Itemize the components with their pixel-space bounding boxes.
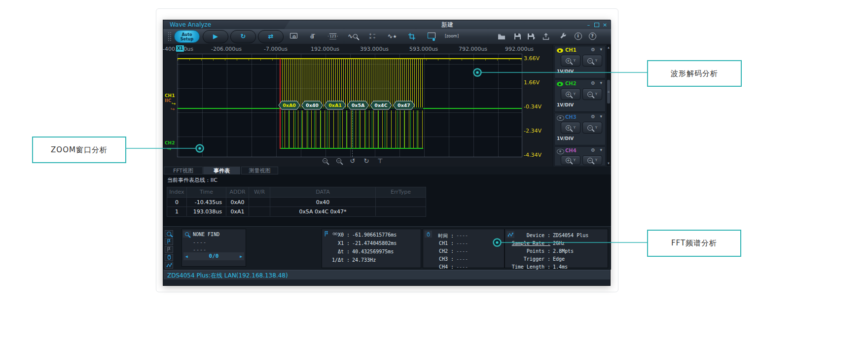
- decode-bubble[interactable]: 0x47: [394, 101, 415, 109]
- eye-icon[interactable]: [557, 82, 563, 86]
- zoom-in-y-button[interactable]: +Y: [561, 55, 580, 67]
- zoom-in-y-button[interactable]: +Y: [561, 155, 580, 165]
- run-button[interactable]: ▶: [203, 30, 228, 43]
- minimize-button[interactable]: –: [585, 22, 592, 28]
- toolbar-grip[interactable]: [168, 32, 169, 41]
- tab-fft-view[interactable]: FFT视图: [164, 167, 203, 174]
- decode-bubble[interactable]: 0x40: [302, 101, 323, 109]
- flag-x-icon: [166, 239, 172, 244]
- close-button[interactable]: ×: [602, 22, 608, 28]
- save-button[interactable]: [510, 30, 524, 42]
- scroll-up-icon[interactable]: ▲: [607, 45, 610, 50]
- find-line: ----: [193, 240, 207, 245]
- export-button[interactable]: [539, 30, 553, 42]
- eye-icon[interactable]: [557, 115, 564, 121]
- maximize-button[interactable]: [594, 23, 599, 27]
- next-result-button[interactable]: ▶: [240, 254, 242, 259]
- zoom-out-y-button[interactable]: −Y: [582, 55, 602, 67]
- mouse-readout-button[interactable]: [165, 254, 173, 261]
- ch2-level-marker-icon[interactable]: ↪: [167, 146, 171, 152]
- help-button[interactable]: ?: [585, 30, 599, 42]
- find-pager: ◀ 0/0 ▶: [183, 252, 244, 260]
- tab-event-table[interactable]: 事件表: [203, 167, 240, 174]
- decode-bubble[interactable]: 0xA0: [279, 101, 300, 109]
- auto-setup-button[interactable]: Auto Setup: [174, 30, 200, 43]
- tab-measure-view[interactable]: 测量视图: [241, 167, 278, 174]
- info-button[interactable]: i: [571, 30, 585, 42]
- zoom-out-y-button[interactable]: −Y: [582, 122, 602, 134]
- chevron-down-icon[interactable]: ▾: [600, 80, 602, 85]
- column-header[interactable]: DATA: [270, 187, 376, 197]
- iic-level-marker-icon[interactable]: ↪: [171, 106, 175, 112]
- gear-icon[interactable]: ⚙: [591, 47, 595, 52]
- cursor-value: -21.474045802ms: [352, 241, 397, 246]
- device-info-button[interactable]: [165, 262, 173, 269]
- zoom-out-y-button[interactable]: −Y: [582, 155, 602, 165]
- search-tool-button[interactable]: [165, 230, 173, 237]
- column-header[interactable]: Time: [187, 187, 226, 197]
- star-icon: ★: [393, 34, 397, 39]
- decode-bubble[interactable]: 0x4C: [370, 101, 392, 109]
- table-header-row: Index Time ADDR W/R DATA ErrType: [167, 187, 426, 197]
- eye-icon[interactable]: [557, 48, 563, 53]
- x1-cursor-marker[interactable]: X1: [176, 45, 184, 52]
- transfer-button[interactable]: ⇄: [258, 30, 284, 43]
- screen-circle-icon: [428, 33, 435, 40]
- time-axis-label: 992.000us: [505, 46, 534, 52]
- redo-view-button[interactable]: ↻: [361, 157, 372, 165]
- trigger-t-button[interactable]: ⊤: [374, 157, 386, 165]
- cursor-y-tool-button[interactable]: [165, 246, 173, 253]
- cursor-label: 1/Δt :: [322, 257, 350, 263]
- floppy-plus-icon: [527, 33, 536, 40]
- zoom-out-x-button[interactable]: −: [333, 157, 345, 165]
- decode-bubble[interactable]: 0xA1: [325, 101, 346, 109]
- undo-view-button[interactable]: ↺: [347, 157, 359, 165]
- display-settings-button[interactable]: ⚙: [287, 30, 300, 42]
- column-header[interactable]: Index: [167, 187, 187, 197]
- ch1-trigger-marker-icon[interactable]: ↪: [172, 101, 176, 106]
- table-row[interactable]: 1 193.038us 0xA1 0x5A 0x4C 0x47*: [167, 207, 426, 216]
- screen-capture-button[interactable]: [425, 30, 438, 42]
- save-as-button[interactable]: [524, 30, 538, 42]
- decode-bubble[interactable]: 0x5A: [348, 101, 369, 109]
- device-value: 2GHz: [553, 241, 565, 246]
- zoom-in-y-button[interactable]: +Y: [561, 88, 580, 100]
- zoom-out-x-button[interactable]: −: [319, 157, 331, 165]
- cell-errtype: [376, 207, 426, 216]
- chevron-down-icon[interactable]: ▾: [600, 114, 602, 119]
- device-label[interactable]: Sample Rate :: [505, 241, 550, 246]
- cursor-x-tool-button[interactable]: [165, 238, 173, 245]
- eye-icon[interactable]: [557, 149, 564, 154]
- current-bus-label: 当前事件表总线 : IIC: [167, 176, 217, 184]
- waveform-plot[interactable]: 0xA0 0x40 0xA1 0x5A 0x4C 0x47: [177, 54, 522, 157]
- open-file-button[interactable]: [495, 30, 508, 42]
- chevron-down-icon[interactable]: ▾: [600, 147, 602, 152]
- utility-button[interactable]: [556, 30, 570, 42]
- column-header[interactable]: ADDR: [226, 187, 249, 197]
- scroll-down-icon[interactable]: ▼: [607, 161, 610, 166]
- channel-panel-scrollbar[interactable]: ▲ ≡ ▼: [607, 45, 611, 166]
- crop-button[interactable]: [405, 30, 419, 42]
- toolbar-grip[interactable]: [170, 32, 171, 41]
- trigger-settings-button[interactable]: T⚙: [306, 30, 320, 42]
- zoom-tool-button[interactable]: [zoom]: [443, 30, 460, 42]
- numeric-display-button[interactable]: 123: [326, 30, 340, 42]
- zoom-out-y-button[interactable]: −Y: [582, 88, 602, 100]
- title-bar[interactable]: 新建 Wave Analyze – ×: [163, 20, 611, 30]
- event-table: Index Time ADDR W/R DATA ErrType 0 -10.4…: [167, 187, 426, 217]
- column-header[interactable]: W/R: [249, 187, 270, 197]
- math-button[interactable]: + −× ÷: [365, 30, 379, 42]
- wave-search-button[interactable]: ∿: [346, 30, 360, 42]
- gear-icon[interactable]: ⚙: [591, 147, 595, 153]
- zoom-in-y-button[interactable]: +Y: [561, 122, 580, 134]
- scrollbar-thumb[interactable]: ≡: [607, 80, 610, 104]
- table-row[interactable]: 0 -10.435us 0xA0 0x40: [167, 197, 426, 207]
- gear-icon[interactable]: ⚙: [591, 114, 595, 119]
- cell-time: -10.435us: [187, 197, 226, 207]
- loop-acquire-button[interactable]: ↻: [230, 30, 256, 43]
- zoom-bracket-icon: [zoom]: [445, 34, 459, 38]
- column-header[interactable]: ErrType: [376, 187, 426, 197]
- reference-wave-button[interactable]: ∿★: [385, 30, 399, 42]
- chevron-down-icon[interactable]: ▾: [600, 47, 602, 52]
- gear-icon[interactable]: ⚙: [591, 80, 595, 86]
